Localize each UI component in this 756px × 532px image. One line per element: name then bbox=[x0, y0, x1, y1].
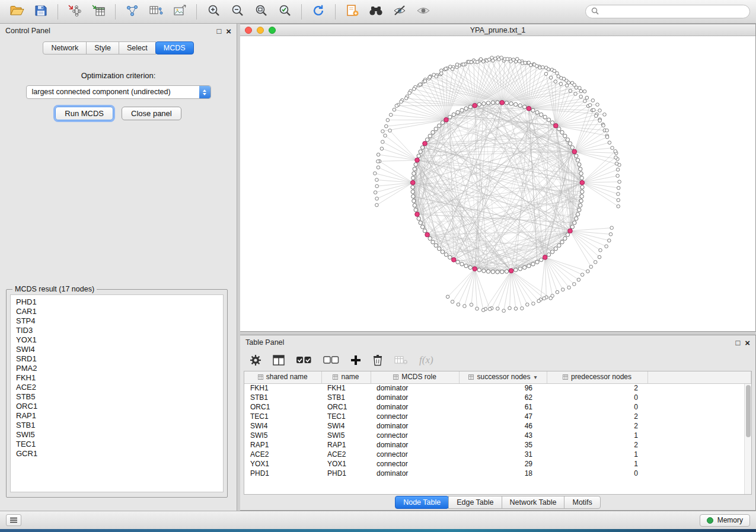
save-session-button[interactable] bbox=[30, 3, 52, 21]
table-row[interactable]: ORC1ORC1dominator610 bbox=[244, 402, 751, 412]
tab-motifs[interactable]: Motifs bbox=[564, 496, 600, 509]
zoom-selected-button[interactable] bbox=[273, 3, 296, 21]
close-panel-icon[interactable]: × bbox=[226, 27, 231, 36]
zoom-in-button[interactable] bbox=[202, 3, 225, 21]
table-panel-title: Table Panel bbox=[245, 338, 284, 347]
float-panel-icon[interactable]: □ bbox=[735, 339, 740, 347]
table-row[interactable]: RAP1RAP1dominator352 bbox=[244, 440, 751, 450]
column-header-shared-name[interactable]: shared name bbox=[244, 371, 321, 383]
mcds-result-list[interactable]: PHD1CAR1STP4TID3YOX1SWI4SRD1PMA2FKH1ACE2… bbox=[10, 294, 224, 492]
float-panel-icon[interactable]: □ bbox=[216, 27, 221, 35]
mcds-result-item[interactable]: STP4 bbox=[16, 316, 218, 326]
tab-select[interactable]: Select bbox=[119, 41, 156, 55]
memory-button[interactable]: Memory bbox=[700, 514, 750, 527]
import-network-button[interactable] bbox=[63, 3, 86, 21]
column-options-icon bbox=[258, 373, 263, 382]
table-header-row: shared name name MCDS role successor nod… bbox=[244, 371, 751, 383]
table-row[interactable]: SWI4SWI4dominator462 bbox=[244, 421, 751, 431]
import-table-button[interactable] bbox=[87, 3, 110, 21]
mcds-result-item[interactable]: STB1 bbox=[16, 421, 218, 430]
add-column-button[interactable] bbox=[350, 355, 361, 366]
open-file-button[interactable] bbox=[6, 3, 28, 21]
deselect-all-icon bbox=[323, 355, 339, 366]
mcds-result-item[interactable]: RAP1 bbox=[16, 411, 218, 421]
table-row[interactable]: YOX1YOX1connector291 bbox=[244, 459, 751, 469]
scrollbar-thumb[interactable] bbox=[746, 385, 751, 437]
mcds-result-item[interactable]: FKH1 bbox=[16, 373, 218, 383]
table-row[interactable]: STB1STB1dominator620 bbox=[244, 393, 751, 402]
mcds-result-item[interactable]: GCR1 bbox=[16, 449, 218, 459]
search-network-button[interactable] bbox=[365, 3, 387, 21]
plus-icon bbox=[350, 355, 361, 366]
show-elements-button[interactable] bbox=[412, 3, 435, 21]
network-canvas-area bbox=[240, 36, 755, 331]
column-options-icon bbox=[393, 373, 398, 382]
mcds-result-title: MCDS result (17 nodes) bbox=[12, 285, 97, 293]
table-row[interactable]: FKH1FKH1dominator962 bbox=[244, 383, 751, 393]
tab-node-table[interactable]: Node Table bbox=[395, 496, 449, 509]
mcds-result-item[interactable]: SWI4 bbox=[16, 345, 218, 354]
mcds-result-item[interactable]: CAR1 bbox=[16, 307, 218, 316]
memory-status-icon bbox=[707, 517, 713, 524]
new-table-button[interactable] bbox=[145, 3, 167, 21]
run-mcds-button[interactable]: Run MCDS bbox=[55, 107, 113, 120]
table-panel: Table Panel □ × f(x) bbox=[240, 335, 756, 511]
tab-mcds[interactable]: MCDS bbox=[155, 41, 194, 55]
binoculars-icon bbox=[368, 4, 384, 20]
criterion-select[interactable]: largest connected component (undirected) bbox=[26, 85, 211, 99]
show-columns-button[interactable] bbox=[273, 355, 285, 366]
column-header-filler bbox=[647, 371, 751, 383]
table-row[interactable]: ACE2ACE2connector311 bbox=[244, 450, 751, 459]
close-panel-icon[interactable]: × bbox=[745, 338, 750, 347]
tab-network-table[interactable]: Network Table bbox=[502, 496, 565, 509]
toolbar-separator bbox=[335, 4, 336, 20]
search-input[interactable] bbox=[602, 8, 744, 16]
mcds-result-item[interactable]: SRD1 bbox=[16, 354, 218, 364]
window-close-button[interactable] bbox=[245, 27, 252, 34]
window-minimize-button[interactable] bbox=[257, 27, 264, 34]
new-network-button[interactable] bbox=[121, 3, 143, 21]
table-row[interactable]: SWI5SWI5connector431 bbox=[244, 431, 751, 440]
mcds-result-item[interactable]: PMA2 bbox=[16, 364, 218, 373]
mcds-result-item[interactable]: STB5 bbox=[16, 392, 218, 402]
import-table-icon bbox=[91, 4, 106, 20]
table-row[interactable]: PHD1PHD1dominator180 bbox=[244, 469, 751, 478]
network-canvas[interactable] bbox=[240, 36, 755, 331]
column-header-predecessor-nodes[interactable]: predecessor nodes bbox=[547, 371, 647, 383]
mcds-result-item[interactable]: SWI5 bbox=[16, 430, 218, 440]
close-panel-button[interactable]: Close panel bbox=[122, 107, 181, 120]
control-panel-title: Control Panel bbox=[5, 27, 50, 35]
trash-icon bbox=[372, 354, 383, 366]
table-row[interactable]: TEC1TEC1connector472 bbox=[244, 412, 751, 421]
delete-column-button[interactable] bbox=[372, 354, 383, 366]
hide-elements-button[interactable] bbox=[388, 3, 411, 21]
zoom-fit-button[interactable] bbox=[250, 3, 272, 21]
table-settings-button[interactable] bbox=[250, 354, 261, 366]
zoom-out-button[interactable] bbox=[226, 3, 248, 21]
column-header-name[interactable]: name bbox=[321, 371, 371, 383]
select-all-button[interactable] bbox=[296, 355, 312, 366]
annotation-button[interactable] bbox=[341, 3, 363, 21]
column-header-mcds-role[interactable]: MCDS role bbox=[371, 371, 459, 383]
mcds-result-item[interactable]: YOX1 bbox=[16, 335, 218, 345]
task-history-button[interactable] bbox=[6, 514, 21, 526]
deselect-all-button[interactable] bbox=[323, 355, 339, 366]
node-table: shared name name MCDS role successor nod… bbox=[244, 371, 751, 478]
tab-edge-table[interactable]: Edge Table bbox=[448, 496, 502, 509]
tab-style[interactable]: Style bbox=[86, 41, 119, 55]
gear-icon bbox=[250, 354, 261, 366]
mcds-result-item[interactable]: ACE2 bbox=[16, 383, 218, 392]
export-image-button[interactable] bbox=[168, 3, 191, 21]
mcds-result-item[interactable]: PHD1 bbox=[16, 297, 218, 307]
tab-network[interactable]: Network bbox=[43, 41, 87, 55]
column-header-successor-nodes[interactable]: successor nodes▾ bbox=[459, 371, 547, 383]
dropdown-stepper-icon bbox=[199, 86, 210, 98]
window-zoom-button[interactable] bbox=[269, 27, 276, 34]
mcds-result-item[interactable]: ORC1 bbox=[16, 402, 218, 411]
control-panel: Control Panel □ × Network Style Select M… bbox=[0, 24, 237, 511]
refresh-button[interactable] bbox=[307, 3, 330, 21]
zoom-selected-icon bbox=[278, 4, 292, 20]
mcds-result-item[interactable]: TEC1 bbox=[16, 440, 218, 449]
mcds-result-item[interactable]: TID3 bbox=[16, 326, 218, 335]
table-scrollbar[interactable] bbox=[744, 384, 751, 494]
